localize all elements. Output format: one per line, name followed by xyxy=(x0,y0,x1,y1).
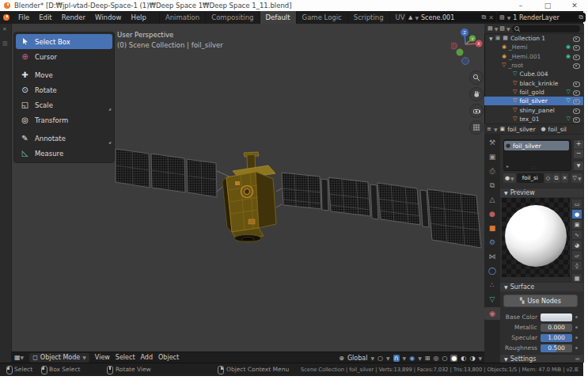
slot-specials-button[interactable]: ▼ xyxy=(573,161,584,171)
eye-icon[interactable] xyxy=(573,63,580,69)
camera-view-button[interactable] xyxy=(469,104,484,118)
menu-view[interactable]: View xyxy=(95,354,110,361)
outliner-row-hemi[interactable]: ◉ _Hemi ◉ xyxy=(484,43,583,51)
preview-shaderball-button[interactable]: ◕ xyxy=(571,240,582,250)
tool-transform[interactable]: ◎ Transform xyxy=(16,112,112,127)
close-button[interactable]: ✕ xyxy=(561,0,588,11)
tab-object-properties[interactable]: ■ xyxy=(484,222,500,234)
edge-close-icon[interactable]: ✕ xyxy=(2,26,7,32)
menu-select[interactable]: Select xyxy=(116,354,135,361)
checkbox-icon[interactable]: ▣ xyxy=(495,36,501,41)
eye-icon[interactable] xyxy=(573,108,580,114)
outliner-row-collection[interactable]: ▼ ▣ ▦ Collection 1 xyxy=(484,34,583,43)
tab-output-properties[interactable]: ⎙ xyxy=(484,165,500,177)
unlink-material-icon[interactable]: ✕ xyxy=(561,173,568,183)
tab-scripting[interactable]: Scripting xyxy=(347,11,389,24)
outliner-row-shiny-panel[interactable]: ▽ shiny_panel xyxy=(484,106,583,115)
tab-animation[interactable]: Animation xyxy=(159,11,205,24)
menu-window[interactable]: Window xyxy=(90,11,127,24)
tab-particle-properties[interactable]: ∴ xyxy=(484,279,500,291)
new-layer-icon[interactable]: ⧉ xyxy=(579,13,583,21)
metallic-slider[interactable]: 0.000 xyxy=(541,324,572,332)
pan-button[interactable] xyxy=(469,87,484,101)
animate-dot[interactable] xyxy=(575,326,578,329)
menu-help[interactable]: Help xyxy=(126,11,150,24)
outliner-row-foil-silver[interactable]: ▽ foil_silver ▽ xyxy=(484,97,583,105)
menu-edit[interactable]: Edit xyxy=(34,11,56,24)
preview-fluid-button[interactable]: ◊ xyxy=(571,260,582,271)
disclosure-triangle-icon[interactable]: ▼ xyxy=(489,36,493,41)
surface-section-header[interactable]: ▼ Surface xyxy=(500,282,583,291)
base-color-swatch[interactable] xyxy=(541,314,572,321)
tab-world-properties[interactable]: ● xyxy=(484,207,500,220)
remove-slot-button[interactable]: − xyxy=(573,149,584,159)
link-filter-funnel-icon[interactable]: ▽▼ xyxy=(571,173,582,183)
preview-cloth-button[interactable]: ▱ xyxy=(571,250,582,260)
eye-icon[interactable] xyxy=(573,36,580,42)
tab-object-data-properties[interactable]: ▽ xyxy=(484,293,500,306)
preview-flat-button[interactable]: ▭ xyxy=(571,199,582,209)
shading-wireframe-icon[interactable]: ○ xyxy=(442,355,447,362)
tool-scale[interactable]: ◱ Scale ◢ xyxy=(16,97,112,112)
pivot-point-icon[interactable]: ○ xyxy=(377,355,383,362)
tool-cursor[interactable]: ⊕ Cursor xyxy=(16,49,112,64)
proportional-edit-icon[interactable]: ◉ xyxy=(409,355,415,362)
tab-constraint-properties[interactable]: ⋈ xyxy=(484,250,500,263)
gizmo-toggle-icon[interactable]: ⊞ xyxy=(425,355,431,362)
tool-measure[interactable]: ◺ Measure xyxy=(16,146,112,161)
new-material-copy-icon[interactable]: ⧉ xyxy=(552,173,560,183)
overlays-toggle-icon[interactable]: ◎ xyxy=(433,355,438,362)
outliner-search-input[interactable] xyxy=(512,25,581,32)
spacecraft-body[interactable] xyxy=(222,152,276,242)
tab-default[interactable]: Default xyxy=(260,11,296,24)
outliner-row-hemi-001[interactable]: ◉ _Hemi.001 ◉ xyxy=(484,52,583,61)
preview-hair-button[interactable]: ∿ xyxy=(571,230,582,240)
menu-render[interactable]: Render xyxy=(57,11,90,24)
slot-expand-icon[interactable]: ▸ xyxy=(506,163,509,169)
minimize-button[interactable]: – xyxy=(507,0,534,11)
menu-object[interactable]: Object xyxy=(158,354,179,361)
eye-icon[interactable] xyxy=(573,82,580,87)
eye-icon[interactable] xyxy=(573,90,580,96)
mode-dropdown[interactable]: ◻ Object Mode ▼ xyxy=(29,353,89,363)
outliner-row-black-krinkle[interactable]: ▽ black_krinkle xyxy=(484,79,583,88)
animate-dot[interactable] xyxy=(575,347,578,349)
material-slot-selected[interactable]: ● foil_silver xyxy=(504,141,569,150)
specular-slider[interactable]: 1.000 xyxy=(541,334,572,342)
breadcrumb-material[interactable]: foil_sil xyxy=(548,126,567,133)
tab-tool-properties[interactable]: ⚒ xyxy=(484,136,500,149)
new-scene-icon[interactable]: ⧉ xyxy=(482,13,487,21)
properties-editor-icon[interactable]: ≡ xyxy=(487,127,491,132)
tool-rotate[interactable]: ⊙ Rotate xyxy=(16,82,112,97)
transform-orientation[interactable]: Global xyxy=(347,355,368,362)
eye-icon[interactable] xyxy=(573,117,580,123)
scene-selector[interactable]: ▲ ▼ Scene.001 ⧉ ✕ xyxy=(406,13,496,22)
outliner-display-mode-icon[interactable]: ▤ xyxy=(487,26,493,32)
eye-icon[interactable] xyxy=(573,99,580,104)
tab-game-logic[interactable]: Game Logic xyxy=(296,11,347,24)
preview-section-header[interactable]: ▼ Preview xyxy=(500,188,583,197)
render-layer-selector[interactable]: ▨ ▼ 1 RenderLayer ⧉ xyxy=(497,13,586,22)
tab-material-properties[interactable]: ◉ xyxy=(484,307,500,320)
right-solar-array[interactable] xyxy=(282,173,481,248)
outliner-row-cube-004[interactable]: ▽ Cube.004 xyxy=(484,70,583,78)
animate-dot[interactable] xyxy=(575,336,578,339)
editor-type-icon[interactable]: ▦▼ xyxy=(14,354,24,361)
zoom-button[interactable] xyxy=(469,70,484,85)
tool-select-box[interactable]: Select Box xyxy=(16,34,112,49)
edge-panel-icon[interactable]: ▥ xyxy=(2,40,8,47)
blender-menu-logo-icon[interactable] xyxy=(3,14,9,21)
roughness-slider[interactable]: 0.500 xyxy=(541,344,572,352)
panel-grip-icon[interactable]: ≡ xyxy=(575,355,580,363)
outliner-row-foil-gold[interactable]: ▽ foil_gold ▽ xyxy=(484,88,583,97)
tool-annotate[interactable]: ✎ Annotate ◢ xyxy=(16,131,112,146)
menu-file[interactable]: File xyxy=(13,11,34,24)
tool-move[interactable]: ✚ Move xyxy=(16,67,112,82)
view-axis-gizmo[interactable]: Z Y X xyxy=(451,27,486,66)
menu-add[interactable]: Add xyxy=(141,354,154,361)
shading-solid-icon[interactable]: ● xyxy=(450,355,457,362)
animate-dot[interactable] xyxy=(575,316,578,318)
outliner-row-root[interactable]: ▽ _root xyxy=(484,61,583,70)
tab-scene-properties[interactable]: △ xyxy=(484,193,500,206)
outliner-row-tex-01[interactable]: ▽ tex_01 ▽ xyxy=(484,115,583,124)
